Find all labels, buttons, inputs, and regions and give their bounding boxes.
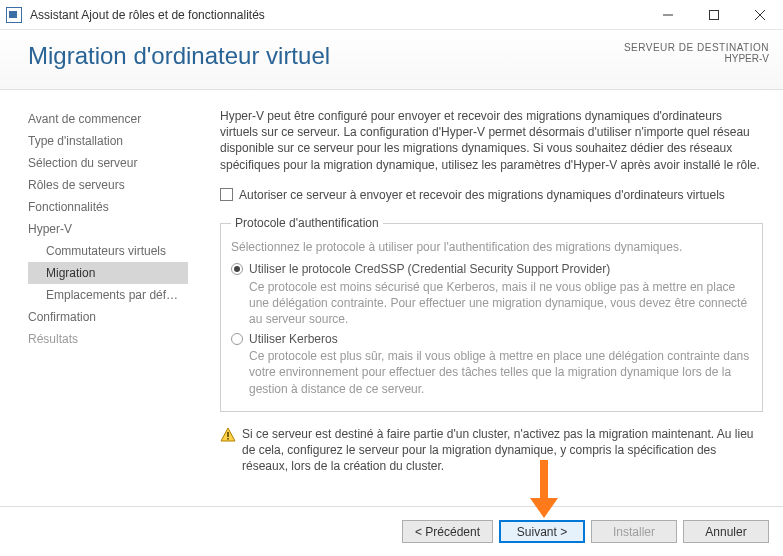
maximize-button[interactable] [691, 0, 737, 30]
window-controls [645, 0, 783, 30]
window-title: Assistant Ajout de rôles et de fonctionn… [30, 8, 265, 22]
nav-server-selection[interactable]: Sélection du serveur [28, 152, 220, 174]
warning-text: Si ce serveur est destiné à faire partie… [242, 426, 763, 475]
destination-server: HYPER-V [624, 53, 769, 64]
radio-kerberos-row[interactable]: Utiliser Kerberos [231, 331, 752, 347]
nav-results: Résultats [28, 328, 220, 350]
auth-protocol-group: Protocole d'authentification Sélectionne… [220, 215, 763, 412]
svg-rect-1 [710, 10, 719, 19]
nav-before-begin[interactable]: Avant de commencer [28, 108, 220, 130]
nav-migration[interactable]: Migration [28, 262, 188, 284]
allow-migration-label: Autoriser ce serveur à envoyer et recevo… [239, 187, 725, 203]
destination-box: SERVEUR DE DESTINATION HYPER-V [624, 42, 769, 64]
nav-virtual-switches[interactable]: Commutateurs virtuels [28, 240, 220, 262]
header: Migration d'ordinateur virtuel SERVEUR D… [0, 30, 783, 90]
radio-kerberos-desc: Ce protocole est plus sûr, mais il vous … [249, 348, 752, 397]
cancel-button[interactable]: Annuler [683, 520, 769, 543]
nav-server-roles[interactable]: Rôles de serveurs [28, 174, 220, 196]
main-panel: Hyper-V peut être configuré pour envoyer… [220, 108, 769, 476]
nav-features[interactable]: Fonctionnalités [28, 196, 220, 218]
svg-rect-6 [227, 438, 229, 440]
titlebar: Assistant Ajout de rôles et de fonctionn… [0, 0, 783, 30]
content: Avant de commencer Type d'installation S… [0, 90, 783, 476]
auth-protocol-legend: Protocole d'authentification [231, 215, 383, 231]
svg-rect-5 [227, 432, 229, 437]
footer: < Précédent Suivant > Installer Annuler [0, 506, 783, 556]
destination-label: SERVEUR DE DESTINATION [624, 42, 769, 53]
radio-credssp[interactable] [231, 263, 243, 275]
nav-default-locations[interactable]: Emplacements par déf… [28, 284, 220, 306]
intro-text: Hyper-V peut être configuré pour envoyer… [220, 108, 763, 173]
install-button: Installer [591, 520, 677, 543]
warning-icon [220, 427, 236, 443]
radio-kerberos[interactable] [231, 333, 243, 345]
allow-migration-checkbox[interactable] [220, 188, 233, 201]
wizard-nav: Avant de commencer Type d'installation S… [28, 108, 220, 476]
radio-credssp-row[interactable]: Utiliser le protocole CredSSP (Credentia… [231, 261, 752, 277]
app-icon [6, 7, 22, 23]
nav-hyperv[interactable]: Hyper-V [28, 218, 220, 240]
nav-confirmation[interactable]: Confirmation [28, 306, 220, 328]
radio-credssp-label: Utiliser le protocole CredSSP (Credentia… [249, 261, 610, 277]
allow-migration-row[interactable]: Autoriser ce serveur à envoyer et recevo… [220, 187, 763, 203]
auth-protocol-hint: Sélectionnez le protocole à utiliser pou… [231, 239, 752, 255]
next-button[interactable]: Suivant > [499, 520, 585, 543]
nav-install-type[interactable]: Type d'installation [28, 130, 220, 152]
warning-note: Si ce serveur est destiné à faire partie… [220, 426, 763, 475]
minimize-button[interactable] [645, 0, 691, 30]
previous-button[interactable]: < Précédent [402, 520, 493, 543]
radio-kerberos-label: Utiliser Kerberos [249, 331, 338, 347]
radio-credssp-desc: Ce protocole est moins sécurisé que Kerb… [249, 279, 752, 328]
close-button[interactable] [737, 0, 783, 30]
